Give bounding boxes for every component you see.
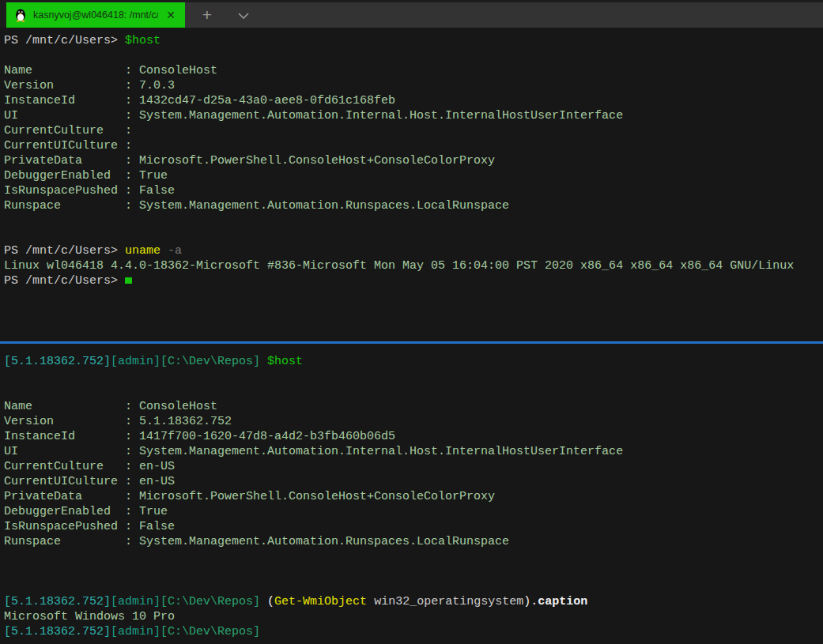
- linux-penguin-icon: [14, 8, 27, 22]
- terminal-line: Runspace : System.Management.Automation.…: [4, 198, 823, 213]
- terminal-line: Name : ConsoleHost: [4, 63, 823, 78]
- terminal-line: PS /mnt/c/Users>: [4, 273, 823, 288]
- terminal-line: Name : ConsoleHost: [4, 399, 823, 414]
- terminal-line: [4, 369, 823, 384]
- tab-wsl[interactable]: kasnyvoj@wl046418: /mnt/c/Us ✕: [6, 2, 185, 28]
- terminal-line: Microsoft Windows 10 Pro: [4, 609, 823, 624]
- pane-windows-powershell[interactable]: [5.1.18362.752][admin][C:\Dev\Repos] $ho…: [0, 344, 823, 644]
- terminal-line: [5.1.18362.752][admin][C:\Dev\Repos] $ho…: [4, 354, 823, 369]
- terminal-line: [4, 549, 823, 564]
- text-cursor: [125, 277, 132, 284]
- tab-title: kasnyvoj@wl046418: /mnt/c/Us: [33, 9, 158, 21]
- terminal-line: [4, 48, 823, 63]
- terminal-line: DebuggerEnabled : True: [4, 168, 823, 183]
- tab-dropdown-button[interactable]: [228, 2, 259, 28]
- chevron-down-icon: [238, 8, 249, 22]
- terminal-line: IsRunspacePushed : False: [4, 519, 823, 534]
- terminal-line: CurrentCulture :: [4, 123, 823, 138]
- pane-powershell7-wsl[interactable]: PS /mnt/c/Users> $hostName : ConsoleHost…: [0, 28, 823, 341]
- terminal-line: UI : System.Management.Automation.Intern…: [4, 108, 823, 123]
- terminal-line: InstanceId : 1417f700-1620-47d8-a4d2-b3f…: [4, 429, 823, 444]
- terminal-line: PrivateData : Microsoft.PowerShell.Conso…: [4, 489, 823, 504]
- terminal-line: Linux wl046418 4.4.0-18362-Microsoft #83…: [4, 258, 823, 273]
- terminal-line: CurrentUICulture : en-US: [4, 474, 823, 489]
- terminal-line: IsRunspacePushed : False: [4, 183, 823, 198]
- terminal-line: PrivateData : Microsoft.PowerShell.Conso…: [4, 153, 823, 168]
- terminal-line: [5.1.18362.752][admin][C:\Dev\Repos] (Ge…: [4, 594, 823, 609]
- terminal-line: Version : 7.0.3: [4, 78, 823, 93]
- terminal-line: PS /mnt/c/Users> $host: [4, 33, 823, 48]
- terminal-line: CurrentUICulture :: [4, 138, 823, 153]
- terminal-window: kasnyvoj@wl046418: /mnt/c/Us ✕ + PS /mnt…: [0, 0, 823, 644]
- terminal-line: [4, 579, 823, 594]
- terminal-line: Runspace : System.Management.Automation.…: [4, 534, 823, 549]
- terminal-line: PS /mnt/c/Users> uname -a: [4, 243, 823, 258]
- terminal-area: PS /mnt/c/Users> $hostName : ConsoleHost…: [0, 28, 823, 644]
- terminal-line: [4, 213, 823, 228]
- terminal-line: [4, 228, 823, 243]
- tab-close-icon[interactable]: ✕: [164, 9, 177, 21]
- terminal-line: [5.1.18362.752][admin][C:\Dev\Repos]: [4, 624, 823, 639]
- terminal-line: [4, 564, 823, 579]
- terminal-line: Version : 5.1.18362.752: [4, 414, 823, 429]
- terminal-line: InstanceId : 1432cd47-d25a-43a0-aee8-0fd…: [4, 93, 823, 108]
- new-tab-button[interactable]: +: [191, 2, 223, 28]
- terminal-line: [4, 384, 823, 399]
- tab-bar: kasnyvoj@wl046418: /mnt/c/Us ✕ +: [0, 0, 823, 28]
- terminal-line: UI : System.Management.Automation.Intern…: [4, 444, 823, 459]
- terminal-line: CurrentCulture : en-US: [4, 459, 823, 474]
- terminal-line: DebuggerEnabled : True: [4, 504, 823, 519]
